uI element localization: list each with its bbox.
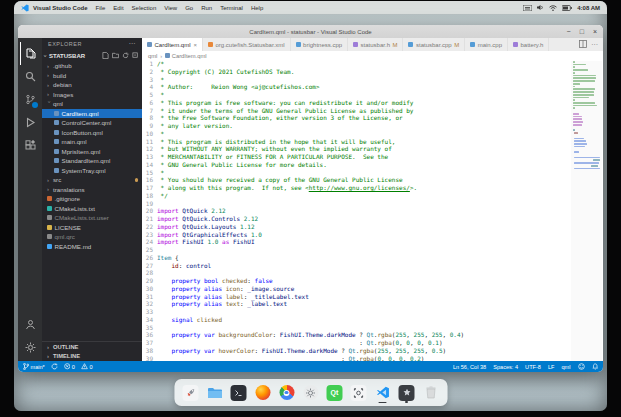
bell-icon[interactable] [592, 363, 599, 370]
tab-close-icon[interactable]: × [194, 42, 198, 48]
tree-folder-.github[interactable]: ›.github [42, 61, 142, 71]
line-number: 5 [142, 91, 157, 99]
tab-statusbar.cpp[interactable]: statusbar.cppM [403, 38, 465, 51]
menu-help[interactable]: Help [251, 5, 263, 11]
code-editor[interactable]: 1/*2 * Copyright (C) 2021 CutefishOS Tea… [142, 60, 603, 361]
explorer-more-icon[interactable]: ⋯ [129, 40, 137, 48]
new-file-icon[interactable] [102, 52, 109, 59]
source-control-icon[interactable] [20, 88, 40, 111]
menubar-app-name[interactable]: Visual Studio Code [33, 5, 88, 11]
code-area[interactable]: 1/*2 * Copyright (C) 2021 CutefishOS Tea… [142, 60, 569, 361]
tree-folder-build[interactable]: ›build [42, 71, 142, 81]
status-qml[interactable]: qml [561, 364, 570, 370]
clock[interactable]: 4:08 AM [577, 5, 600, 11]
tree-file-mprisitem.qml[interactable]: MprisItem.qml [42, 147, 142, 157]
dock-screenshot[interactable] [350, 383, 367, 402]
volume-icon[interactable] [537, 4, 544, 11]
dock-settings[interactable] [302, 383, 319, 402]
menu-run[interactable]: Run [201, 5, 212, 11]
close-button[interactable]: × [593, 28, 597, 35]
tree-item-label: qml.qrc [55, 233, 75, 240]
tab-brightness.cpp[interactable]: brightness.cpp [291, 38, 349, 51]
refresh-icon[interactable] [122, 52, 129, 59]
split-editor-icon[interactable] [579, 40, 587, 49]
menu-go[interactable]: Go [185, 5, 193, 11]
status-utf8[interactable]: UTF-8 [525, 364, 541, 370]
account-icon[interactable] [20, 313, 40, 336]
battery-icon[interactable] [562, 5, 572, 11]
menu-edit[interactable]: Edit [113, 5, 123, 11]
tab-label: brightness.cpp [303, 42, 342, 48]
minimize-button[interactable]: − [567, 28, 571, 35]
status-ln[interactable]: Ln 56, Col 38 [453, 364, 486, 370]
dock-qt-creator[interactable]: Qt [326, 383, 343, 402]
tree-item-label: IconButton.qml [62, 129, 103, 136]
status-sync[interactable] [51, 363, 58, 370]
extensions-icon[interactable] [20, 134, 40, 157]
tab-org.cutefish.statusbar.xml[interactable]: org.cutefish.Statusbar.xml [203, 38, 291, 51]
dock-terminal[interactable] [230, 383, 247, 402]
tree-folder-translations[interactable]: ›translations [42, 185, 142, 195]
feedback-icon[interactable] [578, 363, 585, 370]
collapse-all-icon[interactable] [132, 52, 139, 59]
explorer-icon[interactable] [20, 42, 40, 65]
tree-file-license[interactable]: LICENSE [42, 223, 142, 233]
tree-folder-debian[interactable]: ›debian [42, 80, 142, 90]
tab-carditem.qml[interactable]: CardItem.qml× [142, 38, 203, 51]
menu-view[interactable]: View [164, 5, 177, 11]
tree-file-carditem.qml[interactable]: CardItem.qml [42, 109, 142, 119]
tree-file-qml.qrc[interactable]: qml.qrc [42, 232, 142, 242]
dock: Qt [174, 379, 447, 406]
status-error[interactable]: 0 [64, 363, 75, 370]
settings-gear-icon[interactable] [20, 336, 40, 359]
tree-file-systemtray.qml[interactable]: SystemTray.qml [42, 166, 142, 176]
tree-file-readme.md[interactable]: README.md [42, 242, 142, 252]
status-spaces[interactable]: Spaces: 4 [493, 364, 518, 370]
tree-file-main.qml[interactable]: main.qml [42, 137, 142, 147]
breadcrumb-item[interactable]: CardItem.qml [172, 53, 207, 59]
explorer-sidebar: EXPLORER ⋯ › STATUSBAR ›.github›build›de… [42, 38, 142, 361]
dock-firefox[interactable] [254, 383, 271, 402]
maximize-button[interactable]: □ [580, 28, 584, 35]
tree-folder-src[interactable]: ›src [42, 175, 142, 185]
tree-file-standarditem.qml[interactable]: StandardItem.qml [42, 156, 142, 166]
status-lf[interactable]: LF [548, 364, 555, 370]
dock-trash[interactable] [422, 383, 439, 402]
wifi-icon[interactable] [549, 5, 557, 11]
status-warning[interactable]: 0 [81, 363, 93, 370]
dock-vscode[interactable] [374, 383, 391, 402]
minimap[interactable] [571, 61, 602, 361]
tree-folder-images[interactable]: ›Images [42, 90, 142, 100]
dock-launcher[interactable] [182, 383, 199, 402]
line-content: * but WITHOUT ANY WARRANTY; without even… [157, 145, 392, 153]
line-number: 17 [142, 184, 157, 192]
run-debug-icon[interactable] [20, 111, 40, 134]
tab-statusbar.h[interactable]: statusbar.hM [348, 38, 403, 51]
project-section-header[interactable]: › STATUSBAR [42, 50, 142, 61]
status-git-branch[interactable]: main* [23, 363, 45, 370]
menu-file[interactable]: File [96, 5, 106, 11]
section-timeline[interactable]: ›TIMELINE [42, 352, 142, 362]
file-tree: ›.github›build›debian›Images›qmlCardItem… [42, 61, 142, 341]
tab-main.cpp[interactable]: main.cpp [465, 38, 508, 51]
section-outline[interactable]: ›OUTLINE [42, 342, 142, 352]
tree-file-.gitignore[interactable]: .gitignore [42, 194, 142, 204]
tree-file-cmakelists.txt[interactable]: CMakeLists.txt [42, 204, 142, 214]
tree-file-cmakelists.txt.user[interactable]: CMakeLists.txt.user [42, 213, 142, 223]
new-folder-icon[interactable] [112, 52, 119, 59]
window-titlebar[interactable]: CardItem.qml - statusbar - Visual Studio… [18, 25, 603, 38]
keyboard-icon[interactable] [523, 5, 532, 11]
menu-selection[interactable]: Selection [132, 5, 157, 11]
tree-file-controlcenter.qml[interactable]: ControlCenter.qml [42, 118, 142, 128]
breadcrumb-item[interactable]: qml [148, 53, 157, 59]
search-icon[interactable] [20, 65, 40, 88]
tab-battery.h[interactable]: battery.h [508, 38, 549, 51]
breadcrumb[interactable]: qml›CardItem.qml [142, 51, 603, 60]
tree-folder-qml[interactable]: ›qml [42, 99, 142, 109]
dock-app-store[interactable] [398, 383, 415, 402]
more-actions-icon[interactable]: ⋯ [591, 41, 598, 49]
tree-file-iconbutton.qml[interactable]: IconButton.qml [42, 128, 142, 138]
menu-terminal[interactable]: Terminal [220, 5, 243, 11]
dock-chrome[interactable] [278, 383, 295, 402]
dock-file-manager[interactable] [206, 383, 223, 402]
